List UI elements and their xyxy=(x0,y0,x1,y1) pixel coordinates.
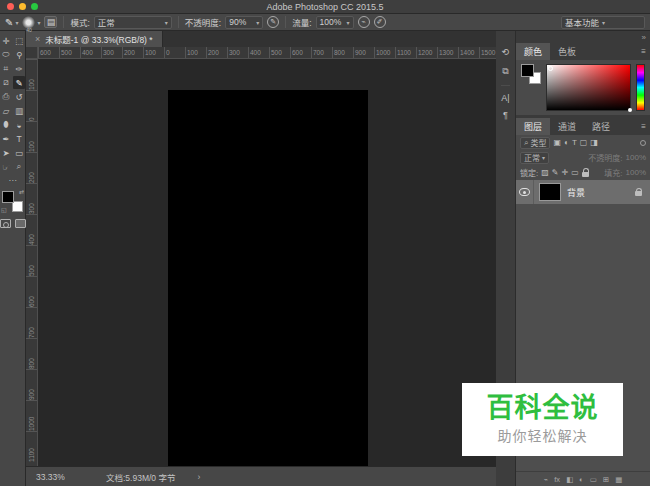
layer-group-icon[interactable]: ▭ xyxy=(590,475,597,484)
ruler-tick: 1400 xyxy=(458,47,479,58)
paragraph-panel-icon[interactable]: ¶ xyxy=(501,110,509,120)
close-icon[interactable]: × xyxy=(35,34,40,44)
character-panel-icon[interactable]: A| xyxy=(501,93,509,103)
saturation-brightness-picker[interactable] xyxy=(546,64,631,111)
tool-preset-picker[interactable]: ✎ ▾ xyxy=(5,17,18,28)
ruler-tick: 600 xyxy=(38,47,59,58)
tab-color[interactable]: 颜色 xyxy=(516,43,550,60)
ruler-tick: 100 xyxy=(26,59,37,90)
foreground-color-swatch[interactable] xyxy=(2,191,14,203)
brush-tool[interactable]: ✎ xyxy=(13,76,25,89)
airbrush-icon[interactable]: ⌁ xyxy=(358,16,370,28)
marquee-tool[interactable]: ⬚ xyxy=(13,34,25,47)
foreground-color-swatch[interactable] xyxy=(521,64,534,77)
healing-brush-tool[interactable]: ⧄ xyxy=(0,76,12,89)
document-canvas[interactable] xyxy=(168,90,368,466)
opacity-select[interactable]: 90% ▾ xyxy=(225,16,263,29)
tablet-pressure-opacity-icon[interactable]: ✎ xyxy=(267,16,279,28)
layer-lock-row: 锁定: ▨ ✎ ✛ ▭ 填充: 100% xyxy=(516,165,650,180)
blur-tool[interactable]: ⬮ xyxy=(0,118,12,131)
path-selection-tool[interactable]: ➤ xyxy=(0,146,12,159)
watermark-subtitle: 助你轻松解决 xyxy=(498,425,588,445)
brush-preset-picker[interactable]: 40 ▾ xyxy=(22,16,40,29)
layer-row-background[interactable]: 背景 xyxy=(516,180,650,204)
hand-tool[interactable]: ☞ xyxy=(0,160,12,173)
edit-toolbar-button[interactable]: ⋯ xyxy=(9,176,17,185)
panel-menu-icon[interactable]: ≡ xyxy=(637,43,650,60)
history-panel-icon[interactable]: ⟲ xyxy=(502,47,510,57)
layer-thumbnail[interactable] xyxy=(539,183,561,201)
type-tool[interactable]: T xyxy=(13,132,25,145)
pixel-layer-filter-icon[interactable]: ▣ xyxy=(553,138,561,147)
ruler-tick: 300 xyxy=(227,47,248,58)
zoom-level-field[interactable]: 33.33% xyxy=(36,472,96,482)
color-panel-swatches xyxy=(521,64,541,84)
delete-layer-icon[interactable]: ▦ xyxy=(615,475,622,484)
shape-tool[interactable]: ▭ xyxy=(13,146,25,159)
layer-blend-mode-select[interactable]: 正常 ▾ xyxy=(520,152,549,164)
filter-kind-value: 类型 xyxy=(530,137,546,148)
blend-mode-select[interactable]: 正常 ▾ xyxy=(94,16,172,29)
lock-all-icon[interactable] xyxy=(582,172,589,177)
tab-layers[interactable]: 图层 xyxy=(516,118,550,135)
quick-selection-tool[interactable]: ⚲ xyxy=(13,48,25,61)
new-layer-icon[interactable]: ⊞ xyxy=(603,475,609,484)
minimize-window-button[interactable] xyxy=(19,3,26,10)
tab-swatches[interactable]: 色板 xyxy=(550,43,584,60)
lock-position-icon[interactable]: ✛ xyxy=(562,168,569,177)
ruler-tick: 100 xyxy=(26,121,37,152)
fill-value[interactable]: 100% xyxy=(626,168,646,177)
lasso-tool[interactable]: ⬭ xyxy=(0,48,12,61)
zoom-window-button[interactable] xyxy=(31,3,38,10)
dodge-tool[interactable]: ◒ xyxy=(13,118,25,131)
tab-channels[interactable]: 通道 xyxy=(550,118,584,135)
horizontal-ruler: 600 500 400 300 200 100 0 100 200 300 40… xyxy=(38,47,496,59)
layer-opacity-value[interactable]: 100% xyxy=(626,153,646,162)
layer-mask-icon[interactable]: ◧ xyxy=(566,475,573,484)
collapse-dock-icon[interactable]: » xyxy=(642,33,646,42)
eyedropper-tool[interactable]: ✑ xyxy=(13,62,25,75)
hue-slider[interactable] xyxy=(636,64,645,111)
chevron-down-icon: ▾ xyxy=(37,19,40,26)
libraries-panel-icon[interactable]: ⧉ xyxy=(502,66,508,76)
lock-image-icon[interactable]: ✎ xyxy=(552,168,559,177)
link-layers-icon[interactable]: ⌁ xyxy=(544,475,549,484)
workspace-select[interactable]: 基本功能 ▾ xyxy=(561,16,645,29)
close-window-button[interactable] xyxy=(7,3,14,10)
lock-transparent-icon[interactable]: ▨ xyxy=(541,168,549,177)
quick-mask-icon[interactable] xyxy=(0,219,11,228)
tab-paths[interactable]: 路径 xyxy=(584,118,618,135)
flow-select[interactable]: 100% ▾ xyxy=(316,16,354,29)
tool-options-bar: ✎ ▾ 40 ▾ ▤ 模式: 正常 ▾ 不透明度: 90% ▾ ✎ 流量: 10… xyxy=(0,14,650,31)
default-colors-icon[interactable]: ◱ xyxy=(1,206,7,213)
layer-effects-icon[interactable]: fx xyxy=(554,475,560,484)
move-tool[interactable]: ✛ xyxy=(0,34,12,47)
ruler-tick: 700 xyxy=(311,47,332,58)
history-brush-tool[interactable]: ↺ xyxy=(13,90,25,103)
gradient-tool[interactable]: ▥ xyxy=(13,104,25,117)
pen-tool[interactable]: ✒ xyxy=(0,132,12,145)
tablet-pressure-size-icon[interactable]: ✐ xyxy=(374,16,386,28)
picker-marker xyxy=(548,66,553,71)
type-layer-filter-icon[interactable]: T xyxy=(572,138,577,147)
smart-object-filter-icon[interactable]: ◨ xyxy=(590,138,598,147)
crop-tool[interactable]: ⌗ xyxy=(0,62,12,75)
panel-menu-icon[interactable]: ≡ xyxy=(637,118,650,135)
adjustment-layer-filter-icon[interactable]: ◐ xyxy=(564,138,569,147)
picker-marker xyxy=(628,108,632,112)
lock-artboard-icon[interactable]: ▭ xyxy=(571,168,579,177)
brush-panel-toggle-button[interactable]: ▤ xyxy=(44,16,57,28)
swap-colors-icon[interactable]: ⇄ xyxy=(19,188,24,195)
eraser-tool[interactable]: ▱ xyxy=(0,104,12,117)
filter-kind-select[interactable]: ⌕ 类型 xyxy=(520,137,550,149)
visibility-cell[interactable] xyxy=(516,180,534,204)
filter-toggle-icon[interactable] xyxy=(640,140,646,146)
zoom-tool[interactable]: ⌕ xyxy=(13,160,25,173)
canvas-area[interactable]: 600 500 400 300 200 100 0 100 200 300 40… xyxy=(26,47,496,466)
status-menu-chevron-icon[interactable]: › xyxy=(197,472,200,482)
document-tab[interactable]: × 未标题-1 @ 33.3%(RGB/8) * xyxy=(26,31,163,47)
clone-stamp-tool[interactable]: ⎙ xyxy=(0,90,12,103)
shape-layer-filter-icon[interactable]: ▢ xyxy=(580,138,588,147)
screen-mode-icon[interactable] xyxy=(15,219,26,228)
adjustment-layer-icon[interactable]: ◐ xyxy=(579,475,584,484)
